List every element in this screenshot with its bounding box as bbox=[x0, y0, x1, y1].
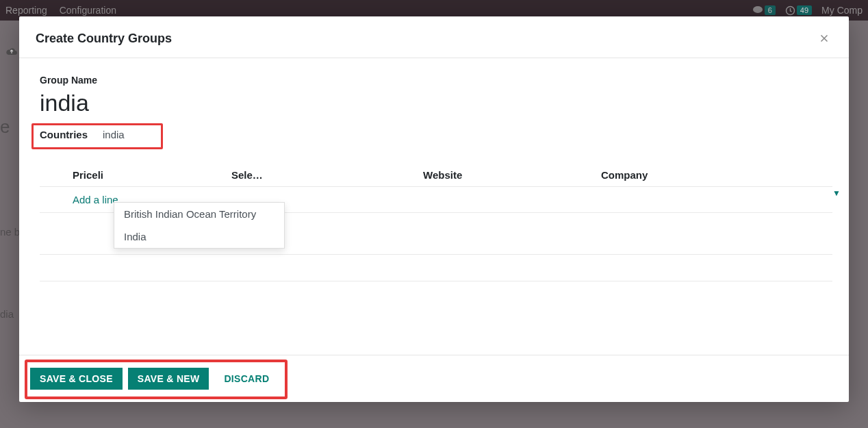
modal-footer: SAVE & CLOSE SAVE & NEW DISCARD bbox=[19, 355, 849, 402]
clock-icon: 49 bbox=[785, 5, 812, 16]
col-website: Website bbox=[423, 169, 601, 181]
col-company: Company bbox=[601, 169, 832, 181]
countries-input[interactable] bbox=[103, 129, 240, 140]
group-name-input[interactable] bbox=[40, 90, 832, 116]
col-selectable: Sele… bbox=[231, 169, 423, 181]
discard-button[interactable]: DISCARD bbox=[214, 368, 279, 390]
dropdown-option-biot[interactable]: British Indian Ocean Territory bbox=[114, 203, 284, 225]
pricelist-table-header: Priceli Sele… Website Company bbox=[40, 164, 832, 186]
modal-body: Group Name Countries ▼ Priceli Sele… Web… bbox=[19, 58, 849, 355]
notification-badge-2: 49 bbox=[797, 5, 812, 15]
countries-row: Countries bbox=[40, 129, 832, 140]
dropdown-option-india[interactable]: India bbox=[114, 225, 284, 248]
modal-header: Create Country Groups bbox=[19, 16, 849, 58]
bg-text-2: ne b bbox=[0, 226, 20, 238]
save-and-close-button[interactable]: SAVE & CLOSE bbox=[30, 368, 123, 390]
bg-menu-reporting: Reporting bbox=[5, 5, 47, 16]
group-name-label: Group Name bbox=[40, 75, 832, 86]
save-and-new-button[interactable]: SAVE & NEW bbox=[128, 368, 209, 390]
bg-company-label: My Comp bbox=[821, 5, 863, 16]
modal-title: Create Country Groups bbox=[36, 32, 816, 46]
bg-text-1: e bbox=[0, 116, 10, 138]
bg-text-3: dia bbox=[0, 308, 14, 320]
close-button[interactable] bbox=[816, 30, 832, 47]
svg-point-0 bbox=[753, 6, 763, 13]
create-country-groups-modal: Create Country Groups Group Name Countri… bbox=[19, 16, 849, 402]
chat-icon: 6 bbox=[752, 5, 776, 15]
countries-label: Countries bbox=[40, 129, 88, 140]
upload-icon bbox=[5, 47, 18, 59]
countries-autocomplete-dropdown: British Indian Ocean Territory India bbox=[114, 202, 285, 249]
chevron-down-icon[interactable]: ▼ bbox=[832, 188, 841, 198]
col-pricelist: Priceli bbox=[40, 169, 231, 181]
notification-badge-1: 6 bbox=[765, 5, 776, 15]
empty-row-band bbox=[40, 254, 832, 281]
bg-menu-configuration: Configuration bbox=[60, 5, 116, 16]
